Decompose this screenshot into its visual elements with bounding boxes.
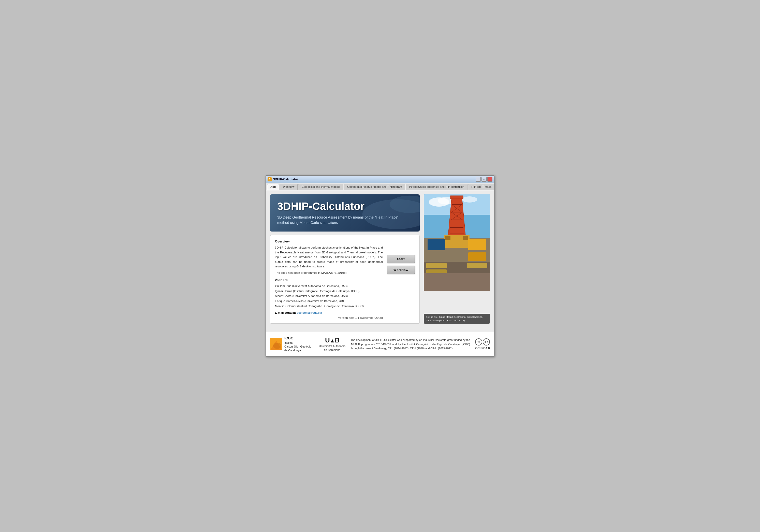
svg-rect-21 [468, 239, 486, 250]
icgc-line1: Cartogràfic i Geològic [284, 345, 311, 348]
maximize-button[interactable]: □ [482, 177, 487, 182]
tab-hip-t[interactable]: HIP and T maps [468, 184, 495, 190]
overview-body: 3DHIP-Calculator allows to perform stoch… [275, 245, 383, 269]
matlab-note: The code has been programmed in MATLAB (… [275, 271, 383, 274]
workflow-button[interactable]: Workflow [387, 266, 415, 274]
email-label: E-mail contact: [275, 311, 296, 314]
svg-point-30 [273, 343, 281, 349]
window-controls: – □ ✕ [476, 177, 493, 182]
info-panel-inner: Overview 3DHIP-Calculator allows to perf… [275, 239, 415, 319]
cc-label: CC BY 4.0 [475, 347, 490, 350]
main-content: 3DHIP-Calculator 3D Deep Geothermal Reso… [266, 190, 494, 332]
author-4: Enrique Gomez-Rivas (Universitat de Barc… [275, 299, 383, 304]
authors-section: Authors Guillem Piris (Universitat Autòn… [275, 278, 383, 309]
hero-title: 3DHIP-Calculator [277, 201, 412, 212]
uab-subtext: Universitat Autònoma de Barcelona [319, 344, 346, 352]
application-window: 3 3DHIP-Calculator – □ ✕ App Workflow Ge… [265, 175, 495, 357]
svg-point-4 [462, 196, 477, 203]
app-icon: 3 [267, 177, 272, 181]
tab-app[interactable]: App [267, 184, 279, 190]
svg-rect-18 [445, 236, 451, 240]
svg-rect-22 [468, 252, 486, 261]
email-link[interactable]: geotermia@cgc.cat [297, 311, 322, 314]
uab-logo: U ▲ B Universitat Autònoma de Barcelona [319, 336, 346, 352]
start-button[interactable]: Start [387, 255, 415, 263]
author-1: Guillem Piris (Universitat Autònoma de B… [275, 284, 383, 289]
version-text: Version beta 1.1 (December 2020) [275, 316, 383, 319]
tab-geothermal[interactable]: Geothermal reservoir maps and T histogra… [344, 184, 405, 190]
hero-left: 3DHIP-Calculator 3D Deep Geothermal Reso… [270, 194, 420, 324]
info-text: Overview 3DHIP-Calculator allows to perf… [275, 239, 383, 319]
tab-bar: App Workflow Geological and thermal mode… [266, 183, 494, 190]
icgc-name: Institut [284, 341, 293, 344]
svg-rect-25 [426, 269, 447, 273]
tab-geological[interactable]: Geological and thermal models [298, 184, 343, 190]
icgc-logo: ICGC Institut Cartogràfic i Geològic de … [270, 336, 311, 353]
close-button[interactable]: ✕ [487, 177, 493, 182]
email-line: E-mail contact: geotermia@cgc.cat [275, 311, 383, 314]
svg-rect-19 [463, 236, 468, 240]
svg-rect-27 [424, 273, 490, 291]
icgc-acronym: ICGC [284, 336, 311, 341]
svg-rect-24 [426, 263, 447, 268]
cc-symbol: © [475, 338, 482, 346]
icgc-icon [270, 338, 282, 350]
svg-rect-16 [451, 196, 463, 199]
window-title: 3DHIP-Calculator [273, 177, 298, 181]
button-panel: Start Workflow [387, 239, 415, 319]
hero-banner: 3DHIP-Calculator 3D Deep Geothermal Reso… [270, 194, 420, 231]
image-caption: Drilling site: Blanc-Mesnil Geothermal d… [424, 314, 490, 324]
footer-section: ICGC Institut Cartogràfic i Geològic de … [266, 332, 494, 356]
tab-workflow[interactable]: Workflow [279, 184, 298, 190]
footer-description: The development of 3DHIP-Calculator was … [351, 338, 470, 351]
author-3: Albert Griera (Universitat Autònoma de B… [275, 294, 383, 299]
title-bar-left: 3 3DHIP-Calculator [267, 177, 298, 181]
overview-title: Overview [275, 239, 383, 243]
author-5: Montse Colomer (Institut Cartogràfic i G… [275, 304, 383, 309]
by-symbol: BY [483, 338, 490, 346]
tab-petrophysical[interactable]: Petrophysical properties and HIP distrib… [406, 184, 467, 190]
svg-rect-20 [428, 239, 445, 250]
cc-license-badge: © BY CC BY 4.0 [475, 338, 490, 350]
drilling-image-container: Drilling site: Blanc-Mesnil Geothermal d… [424, 194, 490, 324]
hero-subtitle: 3D Deep Geothermal Resource Assessment b… [277, 215, 399, 225]
authors-title: Authors [275, 278, 383, 282]
info-panel: Overview 3DHIP-Calculator allows to perf… [270, 235, 420, 324]
svg-rect-26 [467, 263, 487, 268]
minimize-button[interactable]: – [476, 177, 481, 182]
icgc-text: ICGC Institut Cartogràfic i Geològic de … [284, 336, 311, 353]
cc-icons: © BY [475, 338, 490, 346]
title-bar: 3 3DHIP-Calculator – □ ✕ [266, 176, 494, 183]
uab-acronym: U ▲ B [325, 336, 339, 344]
hero-section: 3DHIP-Calculator 3D Deep Geothermal Reso… [270, 194, 490, 324]
icgc-line2: de Catalunya [284, 349, 301, 352]
drilling-image [424, 194, 490, 291]
author-2: Ignasi Herms (Institut Cartogràfic i Geo… [275, 289, 383, 294]
